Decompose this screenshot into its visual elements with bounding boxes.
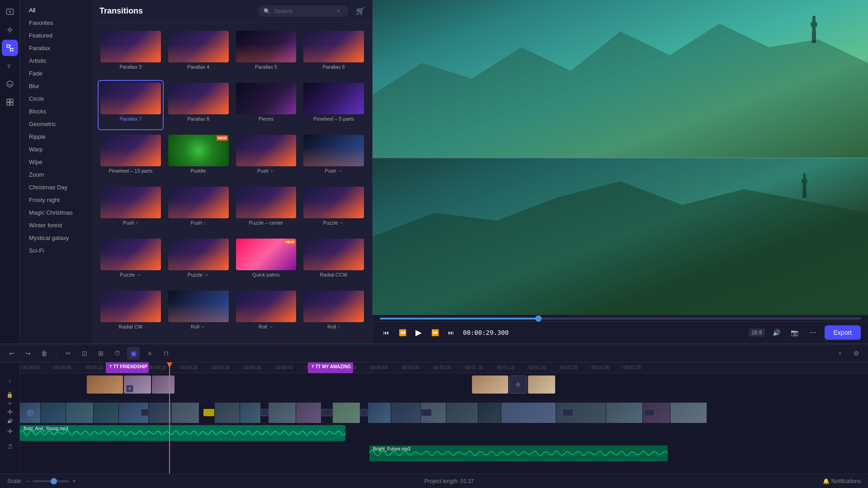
photo-strip-right-1[interactable] bbox=[472, 375, 508, 394]
video-clip-10[interactable] bbox=[296, 403, 321, 423]
transition-push-d[interactable]: Push ↓ bbox=[165, 184, 231, 234]
category-blocks[interactable]: Blocks bbox=[22, 105, 90, 117]
text-track-icon[interactable]: T bbox=[4, 376, 16, 389]
transition-marker-v4[interactable] bbox=[321, 409, 332, 416]
transition-more4[interactable]: Roll ↑ bbox=[301, 288, 367, 338]
transition-marker-v1[interactable] bbox=[141, 409, 148, 416]
templates-icon-btn[interactable] bbox=[2, 94, 18, 110]
filters-icon-btn[interactable] bbox=[2, 76, 18, 92]
transition-marker-v2[interactable] bbox=[203, 409, 214, 416]
snapshot-btn[interactable]: 📷 bbox=[788, 326, 801, 339]
text-clip-my-amazing[interactable]: T TT MY AMAZING bbox=[308, 362, 353, 373]
video-clip-19[interactable] bbox=[606, 403, 642, 423]
video-clip-3[interactable] bbox=[94, 403, 118, 423]
speed-btn[interactable]: ⏱ bbox=[111, 347, 123, 360]
audio-clip-1[interactable]: // Generate waveform bars inline Bold_An… bbox=[20, 425, 345, 441]
scale-slider[interactable] bbox=[33, 480, 69, 482]
audio-track-add[interactable]: ➕ bbox=[4, 427, 16, 436]
text-clip-friendship[interactable]: T TT FRIENDSHIP bbox=[106, 362, 149, 373]
video-clip-16[interactable] bbox=[478, 403, 501, 423]
category-scifi[interactable]: Sci-Fi bbox=[22, 244, 90, 257]
category-fade[interactable]: Fade bbox=[22, 67, 90, 80]
transitions-icon-btn[interactable] bbox=[2, 40, 18, 56]
transition-push-r[interactable]: Push → bbox=[301, 132, 367, 182]
go-to-end-btn[interactable]: ⏭ bbox=[445, 326, 458, 339]
video-track-add[interactable]: ➕ bbox=[4, 408, 16, 416]
video-clip-8[interactable] bbox=[240, 403, 260, 423]
transition-marker-v7[interactable] bbox=[562, 409, 573, 416]
video-clip-17[interactable] bbox=[501, 403, 556, 423]
video-clip-6[interactable] bbox=[172, 403, 199, 423]
transition-marker-right[interactable] bbox=[509, 375, 527, 394]
video-clip-5[interactable] bbox=[149, 403, 171, 423]
transition-marker-1[interactable] bbox=[126, 385, 133, 392]
category-wipe[interactable]: Wipe bbox=[22, 156, 90, 168]
cut-btn[interactable]: ✂ bbox=[62, 347, 75, 360]
category-geometric[interactable]: Geometric bbox=[22, 118, 90, 130]
video-clip-2[interactable] bbox=[66, 403, 93, 423]
go-to-start-btn[interactable]: ⏮ bbox=[380, 326, 392, 339]
overlay-btn[interactable]: ▣ bbox=[127, 347, 140, 360]
transition-parallax8[interactable]: Parallax 8 bbox=[165, 80, 231, 130]
timeline-tracks[interactable]: 00:00:00 00:00:05 00:00:10 00:00:15 00:0… bbox=[20, 362, 868, 474]
scale-plus-icon[interactable]: + bbox=[72, 478, 75, 484]
crop-btn[interactable]: ⊞ bbox=[94, 347, 107, 360]
video-clip-15[interactable] bbox=[446, 403, 478, 423]
audio2-track-icon[interactable]: 🎵 bbox=[4, 441, 16, 453]
search-bar[interactable]: 🔍 ✕ bbox=[258, 5, 349, 17]
video-clip-12[interactable] bbox=[368, 403, 391, 423]
transition-pinwheel5[interactable]: Pinwheel – 5 parts bbox=[301, 80, 367, 130]
transition-parallax7[interactable]: Parallax 7 bbox=[98, 80, 164, 130]
category-all[interactable]: All bbox=[22, 4, 90, 16]
step-forward-btn[interactable]: ⏩ bbox=[429, 326, 441, 339]
category-mystical[interactable]: Mystical galaxy bbox=[22, 232, 90, 244]
category-frosty[interactable]: Frosty night bbox=[22, 194, 90, 206]
progress-thumb[interactable] bbox=[535, 315, 542, 322]
category-blur[interactable]: Blur bbox=[22, 80, 90, 92]
clear-search-icon[interactable]: ✕ bbox=[336, 8, 340, 14]
mark-btn[interactable]: ⊓ bbox=[160, 347, 172, 360]
progress-bar[interactable] bbox=[380, 318, 861, 319]
add-track-btn[interactable]: ＋ bbox=[834, 347, 846, 360]
video-track-lock[interactable]: 🔒 bbox=[4, 391, 16, 399]
category-winter[interactable]: Winter forest bbox=[22, 219, 90, 231]
text-icon-btn[interactable]: T bbox=[2, 58, 18, 74]
export-button[interactable]: Export bbox=[825, 325, 861, 340]
photo-strip-1[interactable] bbox=[87, 375, 123, 394]
video-clip-11[interactable] bbox=[333, 403, 360, 423]
transition-pieces[interactable]: Pieces bbox=[233, 80, 299, 130]
effects-icon-btn[interactable] bbox=[2, 22, 18, 38]
transition-puddle[interactable]: NEW Puddle bbox=[165, 132, 231, 182]
category-favorites[interactable]: Favorites bbox=[22, 17, 90, 29]
audio-clip-2[interactable]: Bright_Future.mp3 bbox=[369, 446, 668, 461]
media-icon-btn[interactable] bbox=[2, 4, 18, 20]
transition-parallax6[interactable]: Parallax 6 bbox=[301, 28, 367, 78]
delete-btn[interactable]: 🗑 bbox=[38, 347, 51, 360]
video-clip-1[interactable] bbox=[41, 403, 66, 423]
video-clip-7[interactable] bbox=[215, 403, 240, 423]
transition-puzzle-l[interactable]: Puzzle ← bbox=[301, 184, 367, 234]
transition-push-u[interactable]: Push ↑ bbox=[98, 184, 164, 234]
photo-strip-3[interactable] bbox=[152, 375, 175, 394]
category-circle[interactable]: Circle bbox=[22, 93, 90, 105]
redo-btn[interactable]: ↪ bbox=[22, 347, 34, 360]
photo-strip-right-2[interactable] bbox=[528, 375, 555, 394]
category-parallax[interactable]: Parallax bbox=[22, 42, 90, 54]
category-magic-christmas[interactable]: Magic Christmas bbox=[22, 206, 90, 219]
more-options-btn[interactable]: ⋯ bbox=[807, 326, 819, 339]
category-artistic[interactable]: Artistic bbox=[22, 55, 90, 67]
transition-parallax3[interactable]: Parallax 3 bbox=[98, 28, 164, 78]
video-clip-0[interactable] bbox=[20, 403, 40, 423]
transition-puzzle-c[interactable]: Puzzle – center bbox=[233, 184, 299, 234]
aspect-ratio-label[interactable]: 16:9 bbox=[749, 328, 764, 337]
settings-btn[interactable]: ⚙ bbox=[850, 347, 863, 360]
align-btn[interactable]: ≡ bbox=[143, 347, 156, 360]
transition-marker-v6[interactable] bbox=[421, 409, 432, 416]
transition-pinwheel13[interactable]: Pinwheel – 13 parts bbox=[98, 132, 164, 182]
transition-push-l[interactable]: Push ← bbox=[233, 132, 299, 182]
transition-puzzle-r[interactable]: Puzzle → bbox=[98, 236, 164, 286]
transition-puzzle-lr[interactable]: Puzzle ↔ bbox=[165, 236, 231, 286]
transition-more3[interactable]: Roll → bbox=[233, 288, 299, 338]
transition-parallax4[interactable]: Parallax 4 bbox=[165, 28, 231, 78]
transition-parallax5[interactable]: Parallax 5 bbox=[233, 28, 299, 78]
